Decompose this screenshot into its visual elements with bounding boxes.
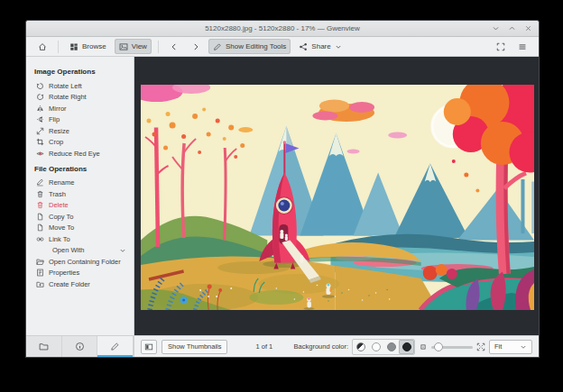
pencil-icon [110,342,120,351]
home-icon [38,42,47,51]
section-title-image-operations: Image Operations [26,62,134,80]
tab-folders[interactable] [26,336,62,357]
white-swatch-icon [372,342,381,351]
statusbar-right-group: Background color: Fit [294,339,532,355]
mirror-icon [36,105,44,113]
toolbar: Browse View Show Editing Tools Share [26,37,539,57]
sidebar-item-move-to[interactable]: Move To [26,223,134,234]
sidebar-item-rotate-right[interactable]: Rotate Right [26,92,134,104]
view-image-icon [119,42,128,51]
browse-button[interactable]: Browse [65,39,111,54]
sidebar-item-delete[interactable]: Delete [26,200,134,212]
sidebar-item-resize[interactable]: Resize [26,125,134,137]
item-label: Crop [49,138,63,146]
hamburger-menu-icon [518,42,527,51]
sidebar-item-flip[interactable]: Flip [26,114,134,126]
zoom-mode-dropdown[interactable]: Fit [489,340,532,354]
trash-icon [36,190,44,198]
sidebar-item-crop[interactable]: Crop [26,137,134,149]
show-editing-tools-label: Show Editing Tools [226,42,286,50]
item-label: Flip [49,115,60,123]
item-label: Move To [49,223,74,232]
properties-icon [36,269,44,277]
rotate-right-icon [36,93,44,101]
flip-icon [36,115,44,123]
fullscreen-button[interactable] [492,39,510,54]
zoom-in-icon[interactable] [476,342,485,351]
share-label: Share [311,42,330,50]
sidebar-item-open-containing-folder[interactable]: Open Containing Folder [26,256,134,268]
titlebar[interactable]: 5120x2880.jpg - 5120x2880 - 17% — Gwenvi… [26,21,539,37]
sidebar-item-link-to[interactable]: Link To [26,233,134,245]
window-title: 5120x2880.jpg - 5120x2880 - 17% — Gwenvi… [26,24,539,32]
swatch-black[interactable] [399,340,414,354]
window-controls [492,21,532,36]
open-with-dropdown[interactable]: Open With [26,245,134,257]
toolbar-separator [58,41,59,53]
view-button[interactable]: View [115,39,152,54]
sidebar-item-rotate-left[interactable]: Rotate Left [26,80,134,92]
show-editing-tools-button[interactable]: Show Editing Tools [208,39,291,54]
toolbar-separator [158,41,159,53]
tab-information[interactable] [62,336,98,357]
zoom-slider-handle[interactable] [434,342,443,351]
item-label: Open Containing Folder [49,258,121,266]
gray-swatch-icon [387,342,396,351]
close-icon[interactable] [524,24,532,32]
item-label: Reduce Red Eye [49,150,100,158]
item-label: Mirror [49,105,67,113]
sidebar-item-rename[interactable]: Rename [26,178,134,189]
image-viewer[interactable] [134,57,539,335]
item-label: Rotate Right [49,93,87,101]
zoom-out-icon[interactable] [419,342,428,351]
back-button[interactable] [165,39,183,54]
sidebar-item-reduce-red-eye[interactable]: Reduce Red Eye [26,148,134,160]
open-with-label: Open With [52,246,84,254]
sidebar-item-trash[interactable]: Trash [26,188,134,200]
share-button[interactable]: Share [294,39,346,54]
create-folder-icon [36,280,44,288]
background-color-label: Background color: [294,342,348,351]
sidebar-item-create-folder[interactable]: Create Folder [26,278,134,290]
swatch-gray[interactable] [383,340,399,354]
browse-label: Browse [82,42,106,50]
background-color-swatches [352,339,415,355]
chevron-left-icon [170,42,179,51]
browse-grid-icon [69,42,78,51]
item-label: Delete [49,201,69,209]
maximize-icon[interactable] [508,24,516,32]
view-label: View [132,42,147,50]
thumbnail-bar-icon [144,342,153,351]
show-thumbnails-button[interactable]: Show Thumbnails [162,340,227,354]
show-thumbnails-label: Show Thumbnails [168,342,221,351]
thumbnail-bar-toggle-button[interactable] [141,340,157,354]
hamburger-menu-button[interactable] [513,39,531,54]
forward-button[interactable] [187,39,205,54]
copy-document-icon [36,213,44,221]
auto-swatch-icon [356,342,365,351]
zoom-slider[interactable] [431,341,473,353]
minimize-icon[interactable] [492,24,500,32]
chevron-down-icon [520,343,527,351]
image-counter: 1 of 1 [255,342,272,351]
zoom-mode-value: Fit [494,342,502,351]
displayed-image-rocket-illustration [141,85,534,310]
item-label: Resize [49,127,69,135]
sidebar-item-copy-to[interactable]: Copy To [26,211,134,223]
bottom-bar: Show Thumbnails 1 of 1 Background color: [26,335,539,357]
swatch-white[interactable] [368,340,383,354]
statusbar: Show Thumbnails 1 of 1 Background color: [134,336,539,357]
rotate-left-icon [36,82,44,90]
black-swatch-icon [402,342,411,351]
crop-icon [36,138,44,146]
item-label: Trash [49,190,66,198]
tab-operations[interactable] [97,336,134,357]
chevron-down-icon [335,43,342,50]
swatch-auto[interactable] [353,340,368,354]
content-area: Image Operations Rotate Left Rotate Righ… [26,57,539,335]
home-button[interactable] [33,39,51,54]
sidebar-item-mirror[interactable]: Mirror [26,103,134,114]
chevron-down-icon [119,247,126,254]
sidebar-item-properties[interactable]: Properties [26,268,134,279]
item-label: Create Folder [49,280,90,288]
